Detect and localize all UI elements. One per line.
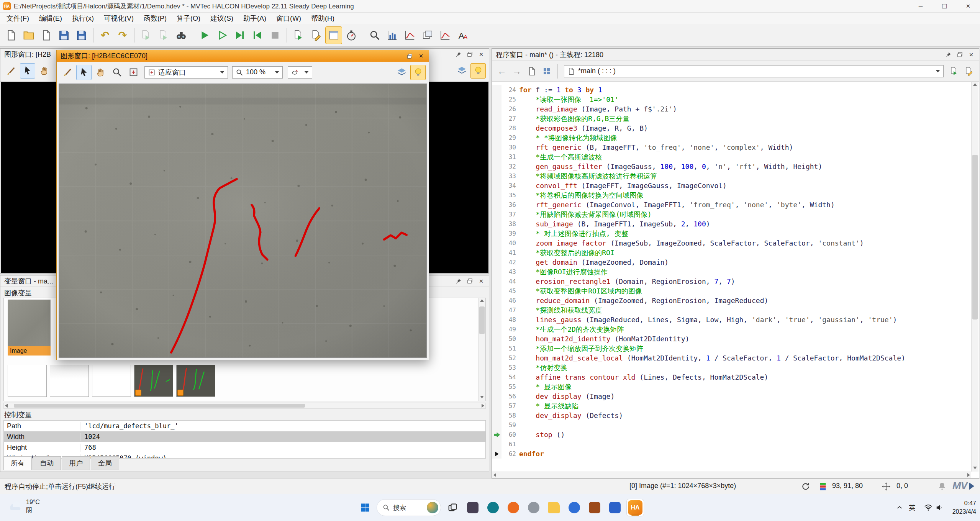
breakpoint-margin[interactable] (492, 439, 501, 449)
dual-window-button[interactable] (419, 26, 436, 44)
code-line-51[interactable]: 51 *添加一个缩放因子到齐次变换矩阵 (492, 344, 971, 353)
program-window-header[interactable]: 程序窗口 - main* () - 主线程: 12180 × (492, 49, 979, 61)
roi-shape-combo[interactable] (288, 66, 312, 79)
variables-pin-icon[interactable] (453, 276, 464, 286)
float-restore-icon[interactable] (404, 51, 415, 61)
code-line-32[interactable]: 32 gen_gauss_filter (ImageGauss, 100, 10… (492, 162, 971, 171)
variables-close-icon[interactable]: × (476, 276, 487, 286)
edit-program-button[interactable] (308, 26, 324, 44)
var-thumb-5[interactable] (176, 365, 215, 397)
step-into-button[interactable] (214, 26, 231, 44)
app-dark[interactable] (464, 499, 482, 516)
run-button[interactable] (196, 26, 213, 44)
code-line-52[interactable]: 52 hom_mat2d_scale_local (HomMat2DIdenti… (492, 353, 971, 363)
notification-bell-icon[interactable] (937, 482, 947, 492)
float-pointer-tool[interactable] (76, 65, 92, 80)
search-box[interactable]: 搜索 (377, 499, 441, 516)
feature-histogram-button[interactable] (402, 26, 418, 44)
code-line-54[interactable]: 54 affine_trans_contour_xld (Lines, Defe… (492, 372, 971, 382)
breakpoint-margin[interactable] (492, 392, 501, 401)
breakpoint-margin[interactable] (492, 315, 501, 324)
code-line-24[interactable]: 24for f := 1 to 3 by 1 (492, 85, 971, 95)
file-explorer[interactable] (545, 499, 563, 516)
scrollbar-thumb[interactable] (972, 155, 978, 319)
halcon-app[interactable]: HA (626, 499, 644, 516)
breakpoint-margin[interactable] (492, 420, 501, 430)
thumbnail-view-button[interactable] (540, 64, 554, 78)
gray-profile-button[interactable] (437, 26, 454, 44)
var-thumb-2[interactable] (50, 365, 89, 397)
dock-float-icon[interactable] (464, 49, 475, 59)
breakpoint-margin[interactable] (492, 449, 501, 459)
network-volume-button[interactable] (921, 501, 947, 514)
font-settings-button[interactable] (454, 26, 471, 44)
breakpoint-margin[interactable] (492, 257, 501, 267)
code-line-62[interactable]: 62endfor (492, 449, 971, 459)
code-line-61[interactable]: 61 (492, 439, 971, 449)
image-variables-hscrollbar[interactable] (3, 403, 486, 409)
control-var-Height[interactable]: Height768 (4, 442, 485, 453)
variables-tab-所有[interactable]: 所有 (3, 456, 32, 470)
breakpoint-margin[interactable] (492, 152, 501, 162)
step-over-button[interactable] (231, 26, 248, 44)
weather-widget[interactable]: 19°C 阴 (4, 498, 44, 515)
code-line-49[interactable]: 49 *生成一个2D的齐次变换矩阵 (492, 324, 971, 334)
refresh-icon[interactable] (801, 482, 811, 492)
breakpoint-margin[interactable] (492, 305, 501, 315)
export-step-back-button[interactable] (138, 26, 154, 44)
breakpoint-margin[interactable] (492, 133, 501, 143)
code-line-55[interactable]: 55 * 显示图像 (492, 382, 971, 392)
dock-bulb-tool[interactable] (470, 63, 486, 79)
app-maroon[interactable] (586, 499, 603, 516)
float-layers-tool[interactable] (394, 65, 409, 80)
var-thumb-4[interactable] (134, 365, 173, 397)
breakpoint-margin[interactable] (492, 344, 501, 353)
breakpoint-margin[interactable] (492, 143, 501, 152)
code-vertical-scrollbar[interactable] (971, 82, 978, 472)
menu-item-2[interactable]: 执行(x) (67, 13, 99, 24)
breakpoint-margin[interactable] (492, 200, 501, 210)
code-line-45[interactable]: 45 *获取变整图像中ROI区域内的图像 (492, 286, 971, 296)
dock-layers-tool[interactable] (454, 63, 469, 79)
code-line-35[interactable]: 35 *将卷积后的图像转换为空间域图像 (492, 190, 971, 200)
scrollbar-thumb[interactable] (14, 404, 305, 408)
find-button[interactable] (173, 26, 190, 44)
breakpoint-margin[interactable] (492, 85, 501, 95)
tray-chevron-icon[interactable] (895, 503, 904, 512)
code-horizontal-scrollbar[interactable] (492, 472, 971, 478)
code-line-53[interactable]: 53 *仿射变换 (492, 363, 971, 372)
menu-item-1[interactable]: 编辑(E) (34, 13, 67, 24)
step-out-button[interactable] (249, 26, 266, 44)
code-line-57[interactable]: 57 * 显示线缺陷 (492, 401, 971, 411)
code-line-31[interactable]: 31 *生成一个高斯滤波核 (492, 152, 971, 162)
code-line-46[interactable]: 46 reduce_domain (ImageZoomed, RegionEro… (492, 296, 971, 305)
breakpoint-margin[interactable] (492, 162, 501, 171)
breakpoint-margin[interactable] (492, 219, 501, 229)
code-line-48[interactable]: 48 lines_gauss (ImageReduced, Lines, Sig… (492, 315, 971, 324)
code-line-41[interactable]: 41 *获取变整后的图像的ROI (492, 248, 971, 257)
redo-button[interactable]: ↷ (114, 26, 131, 44)
breakpoint-margin[interactable] (492, 277, 501, 286)
image-variables-scrollbar[interactable] (478, 298, 485, 401)
breakpoint-margin[interactable] (492, 267, 501, 277)
code-line-47[interactable]: 47 *探测线和获取线宽度 (492, 305, 971, 315)
open-program-button[interactable] (20, 26, 37, 44)
code-line-58[interactable]: 58 dev_display (Defects) (492, 411, 971, 420)
code-line-40[interactable]: 40 zoom_image_factor (ImageSub, ImageZoo… (492, 238, 971, 248)
app-orange[interactable] (505, 499, 522, 516)
menu-item-5[interactable]: 算子(O) (172, 13, 205, 24)
save-all-button[interactable] (73, 26, 90, 44)
breakpoint-margin[interactable] (492, 430, 501, 439)
code-line-33[interactable]: 33 *将频域图像核高斯滤波核进行卷积运算 (492, 171, 971, 181)
insert-program-button[interactable] (38, 26, 55, 44)
stop-button[interactable] (267, 26, 284, 44)
menu-item-6[interactable]: 建议(S) (205, 13, 238, 24)
zoom-window-button[interactable] (366, 26, 383, 44)
float-graphics-titlebar[interactable]: 图形窗口: [H2B4EC6CE070] × (57, 50, 429, 62)
procedure-combo[interactable]: *main ( : : : ) (564, 65, 944, 77)
dock-pan-tool[interactable] (36, 63, 52, 79)
breakpoint-margin[interactable] (492, 181, 501, 190)
add-procedure-button[interactable] (947, 64, 961, 78)
app-blue[interactable] (565, 499, 583, 516)
code-line-34[interactable]: 34 convol_fft (ImageFFT, ImageGauss, Ima… (492, 181, 971, 190)
